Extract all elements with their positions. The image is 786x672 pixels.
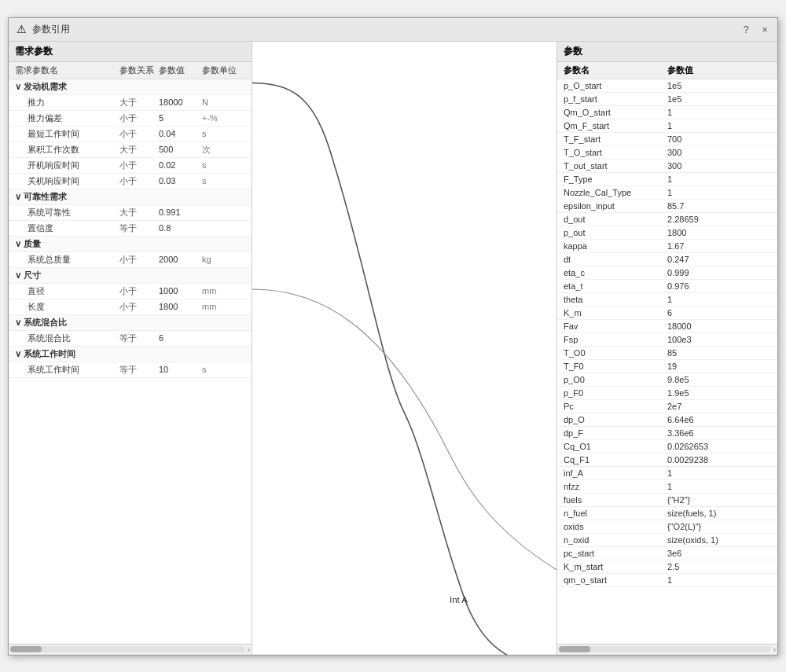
help-button[interactable]: ?	[740, 23, 752, 35]
param-row[interactable]: eta_c0.999	[557, 266, 777, 280]
tree-row-val: 0.03	[159, 176, 202, 185]
left-scrollbar[interactable]: ›	[9, 644, 252, 655]
param-row[interactable]: dt0.247	[557, 253, 777, 266]
tree-row-val: 500	[159, 145, 202, 154]
col-header-rel: 参数关系	[119, 64, 159, 76]
param-row[interactable]: n_fuelsize(fuels, 1)	[557, 507, 777, 520]
tree-row-val: 6	[159, 333, 202, 343]
param-value: 3.36e6	[667, 428, 771, 438]
param-row[interactable]: Cq_F10.0029238	[557, 454, 777, 467]
param-row[interactable]: T_F019	[557, 360, 777, 373]
param-table-area[interactable]: p_O_start1e5p_f_start1e5Qm_O_start1Qm_F_…	[557, 79, 777, 644]
param-row[interactable]: p_O09.8e5	[557, 373, 777, 387]
tree-row: 开机响应时间小于0.02s	[9, 158, 252, 174]
param-row[interactable]: F_Type1	[557, 173, 777, 186]
param-row[interactable]: oxids{"O2(L)"}	[557, 520, 777, 534]
param-row[interactable]: d_out2.28659	[557, 213, 777, 226]
tree-row-rel: 等于	[119, 332, 159, 344]
chart-area: Int A	[252, 42, 556, 655]
param-row[interactable]: pc_start3e6	[557, 547, 777, 560]
param-row[interactable]: kappa1.67	[557, 240, 777, 253]
param-name: p_out	[564, 228, 667, 237]
tree-area[interactable]: ∨发动机需求推力大于18000N推力偏差小于5+-%最短工作时间小于0.04s累…	[9, 79, 252, 644]
param-row[interactable]: n_oxidsize(oxids, 1)	[557, 534, 777, 547]
param-row[interactable]: dp_F3.36e6	[557, 427, 777, 440]
param-name: eta_t	[564, 281, 667, 291]
param-name: dp_F	[564, 428, 667, 438]
right-scrollbar[interactable]: ›	[557, 644, 777, 655]
tree-row-unit: s	[202, 129, 245, 138]
tree-row-name: ∨尺寸	[15, 270, 119, 281]
param-row[interactable]: fuels{"H2"}	[557, 494, 777, 507]
tree-row[interactable]: ∨系统混合比	[9, 315, 252, 331]
param-row[interactable]: Cq_O10.0262653	[557, 440, 777, 454]
param-value: {"H2"}	[667, 495, 771, 505]
tree-row: 系统可靠性大于0.991	[9, 205, 252, 221]
param-row[interactable]: Nozzle_Cal_Type1	[557, 186, 777, 200]
tree-row-rel: 小于	[119, 112, 159, 124]
param-row[interactable]: Fav18000	[557, 320, 777, 333]
param-row[interactable]: eta_t0.976	[557, 280, 777, 293]
param-value: 85.7	[667, 201, 771, 211]
param-row[interactable]: epsilon_input85.7	[557, 200, 777, 213]
param-row[interactable]: p_out1800	[557, 226, 777, 240]
tree-row[interactable]: ∨可靠性需求	[9, 189, 252, 205]
param-name: dt	[564, 255, 667, 264]
param-row[interactable]: Qm_F_start1	[557, 119, 777, 133]
tree-row-unit: mm	[202, 302, 245, 311]
param-value: 1e5	[667, 81, 771, 90]
param-name: inf_A	[564, 468, 667, 478]
param-row[interactable]: theta1	[557, 293, 777, 307]
param-name: Qm_F_start	[564, 121, 667, 130]
tree-row-unit: 次	[202, 144, 245, 156]
param-value: 0.976	[667, 281, 771, 291]
param-name: Pc	[564, 402, 667, 411]
param-value: size(oxids, 1)	[667, 535, 771, 545]
tree-row: 直径小于1000mm	[9, 284, 252, 299]
tree-row-val: 0.04	[159, 129, 202, 138]
param-row[interactable]: p_O_start1e5	[557, 79, 777, 93]
chevron-icon: ∨	[15, 349, 21, 358]
param-row[interactable]: nfzz1	[557, 480, 777, 494]
tree-row-name: 置信度	[15, 222, 119, 234]
close-button[interactable]: ×	[758, 23, 771, 35]
param-row[interactable]: p_F01.9e5	[557, 387, 777, 400]
param-row[interactable]: T_O_start300	[557, 146, 777, 160]
tree-row[interactable]: ∨系统工作时间	[9, 347, 252, 362]
param-row[interactable]: inf_A1	[557, 467, 777, 480]
tree-row: 系统工作时间等于10s	[9, 362, 252, 378]
param-row[interactable]: p_f_start1e5	[557, 93, 777, 106]
title-bar-right: ? ×	[740, 23, 771, 35]
tree-row-rel: 小于	[119, 301, 159, 313]
chart-label: Int A	[450, 594, 468, 604]
tree-row-rel: 大于	[119, 144, 159, 156]
tree-row[interactable]: ∨发动机需求	[9, 79, 252, 95]
param-name: K_m_start	[564, 562, 667, 571]
chart-svg: Int A	[252, 42, 556, 655]
param-row[interactable]: K_m6	[557, 307, 777, 320]
param-name: nfzz	[564, 482, 667, 491]
tree-row: 推力大于18000N	[9, 95, 252, 111]
tree-row[interactable]: ∨尺寸	[9, 268, 252, 284]
scroll-right-arrow[interactable]: ›	[248, 645, 250, 654]
param-name: K_m	[564, 308, 667, 318]
col-header-unit: 参数单位	[202, 64, 245, 76]
param-value: 18000	[667, 321, 771, 331]
param-row[interactable]: Qm_O_start1	[557, 106, 777, 119]
right-scroll-right-arrow[interactable]: ›	[773, 645, 776, 654]
param-row[interactable]: dp_O6.64e6	[557, 413, 777, 427]
param-row[interactable]: T_F_start700	[557, 133, 777, 146]
param-row[interactable]: T_out_start300	[557, 160, 777, 173]
tree-row-unit: s	[202, 365, 245, 374]
param-name: p_O0	[564, 375, 667, 384]
right-panel: 参数 参数名 参数值 p_O_start1e5p_f_start1e5Qm_O_…	[557, 42, 777, 655]
param-row[interactable]: T_O085	[557, 347, 777, 360]
param-row[interactable]: qm_o_start1	[557, 574, 777, 587]
tree-row[interactable]: ∨质量	[9, 237, 252, 252]
param-row[interactable]: K_m_start2.5	[557, 560, 777, 574]
param-name: T_O_start	[564, 148, 667, 157]
param-name: theta	[564, 295, 667, 304]
param-row[interactable]: Pc2e7	[557, 400, 777, 413]
param-row[interactable]: Fsp100e3	[557, 333, 777, 347]
tree-row-name: 最短工作时间	[15, 128, 119, 140]
